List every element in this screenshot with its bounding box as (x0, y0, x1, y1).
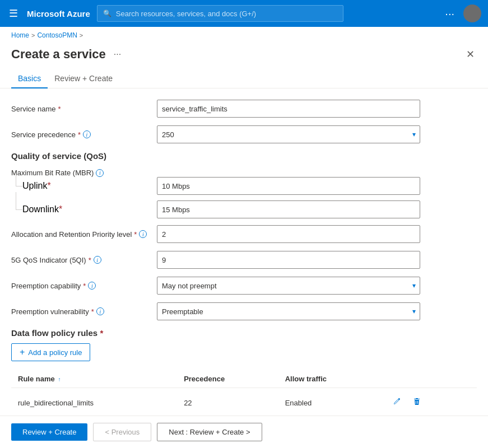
preemption-cap-required: * (83, 282, 86, 290)
qos-indicator-row: 5G QoS Indicator (5QI) * i (11, 251, 477, 269)
arp-required: * (134, 230, 137, 239)
search-icon: 🔍 (103, 10, 111, 17)
dialog-footer: Review + Create < Previous Next : Review… (0, 416, 488, 448)
downlink-required: * (59, 204, 62, 214)
downlink-label: Downlink (22, 204, 59, 214)
close-button[interactable]: ✕ (464, 46, 477, 63)
col-allow-traffic: Allow traffic (278, 370, 381, 388)
nav-more-icon[interactable]: ··· (445, 7, 454, 20)
precedence-cell: 22 (177, 388, 278, 416)
col-rule-name: Rule name ↑ (11, 370, 177, 388)
arp-info-icon[interactable]: i (139, 230, 147, 238)
edit-pencil-icon (392, 397, 401, 406)
downlink-label-container: Downlink * (11, 204, 157, 214)
breadcrumb-contoso[interactable]: ContosoPMN (37, 31, 77, 39)
policy-table-body: rule_bidirectional_limits 22 Enabled (11, 388, 477, 416)
tab-review-create[interactable]: Review + Create (48, 69, 119, 88)
downlink-input[interactable] (157, 200, 420, 218)
uplink-row: Uplink * (11, 177, 477, 195)
page-title: Create a service (11, 47, 106, 62)
top-navbar: ☰ Microsoft Azure 🔍 Search resources, se… (0, 0, 488, 27)
qos-indicator-info-icon[interactable]: i (94, 256, 101, 264)
preemption-vul-row: Preemption vulnerability * i Preemptable… (11, 302, 477, 320)
main-content-area: Home > ContosoPMN > Create a service ···… (0, 27, 488, 448)
qos-indicator-label: 5G QoS Indicator (5QI) * i (11, 256, 157, 264)
mbr-label: Maximum Bit Rate (MBR) i (11, 169, 157, 177)
dialog-more-options-icon[interactable]: ··· (111, 47, 123, 62)
dialog-title-row: Create a service ··· (11, 47, 123, 62)
preemption-vul-label: Preemption vulnerability * i (11, 307, 157, 316)
hamburger-menu-icon[interactable]: ☰ (7, 5, 20, 22)
preemption-cap-label: Preemption capability * i (11, 282, 157, 290)
data-flow-section-header: Data flow policy rules * (11, 328, 477, 338)
mbr-info-icon[interactable]: i (96, 169, 104, 177)
actions-cell (381, 388, 477, 416)
service-name-row: Service name * (11, 100, 477, 118)
table-header-row: Rule name ↑ Precedence Allow traffic (11, 370, 477, 388)
col-precedence: Precedence (177, 370, 278, 388)
dialog-header: Create a service ··· ✕ (0, 44, 488, 63)
qos-section-header: Quality of service (QoS) (11, 151, 477, 161)
review-create-button[interactable]: Review + Create (11, 423, 87, 441)
nav-right-section: ··· (445, 4, 481, 22)
service-precedence-label: Service precedence * i (11, 130, 157, 139)
qos-indicator-input[interactable] (157, 251, 420, 269)
qos-required: * (89, 256, 91, 264)
data-flow-required: * (100, 328, 103, 338)
breadcrumb-sep1: > (31, 32, 35, 39)
mbr-section: Maximum Bit Rate (MBR) i (11, 169, 477, 177)
search-bar[interactable]: 🔍 Search resources, services, and docs (… (97, 5, 343, 22)
col-actions (381, 370, 477, 388)
service-precedence-row: Service precedence * i 250 100 200 300 ▾ (11, 125, 477, 143)
uplink-input[interactable] (157, 177, 420, 195)
preemption-vul-select-wrapper: Preemptable Not preemptable ▾ (157, 302, 420, 320)
preemption-vul-select[interactable]: Preemptable Not preemptable (157, 302, 420, 320)
breadcrumb-sep2: > (80, 32, 83, 39)
arp-row: Allocation and Retention Priority level … (11, 225, 477, 243)
plus-icon: + (20, 347, 25, 357)
service-precedence-required: * (78, 130, 81, 139)
preemption-cap-select-wrapper: May not preempt May preempt ▾ (157, 277, 420, 295)
policy-table-header: Rule name ↑ Precedence Allow traffic (11, 370, 477, 388)
previous-button[interactable]: < Previous (93, 423, 151, 441)
tabs-container: Basics Review + Create (0, 63, 488, 88)
uplink-required: * (47, 181, 50, 191)
preemption-cap-row: Preemption capability * i May not preemp… (11, 277, 477, 295)
rule-name-cell: rule_bidirectional_limits (11, 388, 177, 416)
breadcrumb: Home > ContosoPMN > (0, 27, 488, 44)
uplink-label: Uplink (22, 181, 47, 191)
traffic-cell: Enabled (278, 388, 381, 416)
uplink-label-container: Uplink * (11, 181, 157, 191)
table-row: rule_bidirectional_limits 22 Enabled (11, 388, 477, 416)
service-name-label: Service name * (11, 105, 157, 113)
preemption-cap-info-icon[interactable]: i (88, 282, 96, 290)
azure-logo-title: Microsoft Azure (27, 9, 90, 18)
avatar[interactable] (463, 4, 481, 22)
service-name-required: * (58, 105, 61, 113)
arp-label: Allocation and Retention Priority level … (11, 230, 157, 239)
next-review-create-button[interactable]: Next : Review + Create > (157, 423, 262, 441)
delete-trash-icon (412, 397, 421, 406)
preemption-vul-info-icon[interactable]: i (96, 307, 104, 315)
form-content: Service name * Service precedence * i 25… (0, 88, 488, 416)
edit-rule-button[interactable] (388, 395, 406, 410)
service-precedence-select-wrapper: 250 100 200 300 ▾ (157, 125, 420, 143)
delete-rule-button[interactable] (408, 395, 426, 410)
preemption-cap-select[interactable]: May not preempt May preempt (157, 277, 420, 295)
tab-basics[interactable]: Basics (11, 69, 48, 88)
policy-rules-table: Rule name ↑ Precedence Allow traffic rul… (11, 370, 477, 416)
breadcrumb-home[interactable]: Home (11, 31, 29, 39)
search-placeholder-text: Search resources, services, and docs (G+… (116, 10, 256, 18)
service-name-input[interactable] (157, 100, 420, 118)
arp-input[interactable] (157, 225, 420, 243)
add-policy-rule-button[interactable]: + Add a policy rule (11, 343, 90, 361)
service-precedence-select[interactable]: 250 100 200 300 (157, 125, 420, 143)
service-precedence-info-icon[interactable]: i (83, 130, 91, 138)
preemption-vul-required: * (91, 307, 94, 316)
downlink-row: Downlink * (11, 200, 477, 218)
sort-arrow-icon: ↑ (58, 376, 61, 382)
